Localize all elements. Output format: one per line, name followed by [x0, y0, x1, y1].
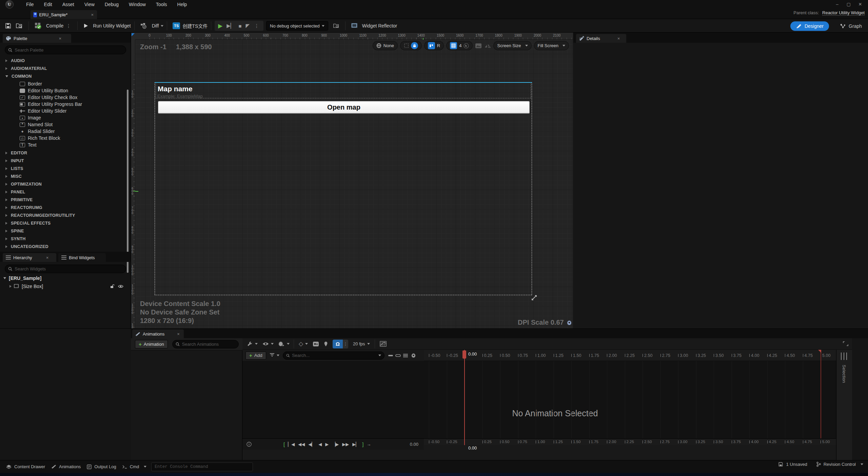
resize-handle-icon[interactable]	[531, 295, 537, 301]
chevron-right-icon[interactable]	[5, 167, 7, 170]
designer-button[interactable]: Designer	[790, 21, 829, 31]
keyframe-diamond-icon[interactable]: ◇	[299, 340, 303, 347]
chevron-right-icon[interactable]	[5, 59, 7, 62]
palette-category-input[interactable]: INPUT	[0, 157, 126, 165]
debug-object-select[interactable]: No debug object selected	[266, 21, 328, 31]
flip-preview-icon[interactable]	[484, 43, 491, 49]
chevron-right-icon[interactable]	[5, 214, 7, 217]
minimize-icon[interactable]: –	[831, 1, 843, 8]
localization-preview[interactable]: None	[373, 41, 398, 50]
curve-editor-icon[interactable]	[380, 341, 387, 347]
track-settings-gear-icon[interactable]	[411, 353, 416, 358]
tab-bind-widgets[interactable]: Bind Widgets	[58, 253, 106, 262]
designer-viewport[interactable]: 0100200300400500600700800900100011001200…	[131, 33, 573, 328]
auto-key-icon[interactable]	[313, 341, 319, 347]
palette-search[interactable]	[5, 45, 126, 54]
chevron-right-icon[interactable]	[5, 159, 7, 162]
frame-skip-icon[interactable]: ▶▏	[226, 23, 234, 29]
palette-category-special-effects[interactable]: SPECIAL EFFECTS	[0, 220, 126, 227]
map-name-text[interactable]: Map name	[158, 85, 193, 93]
sequencer-expand-icon[interactable]	[843, 341, 849, 346]
palette-item-text[interactable]: Text	[0, 141, 126, 148]
preview-background-icon[interactable]	[475, 43, 482, 49]
console-command-input[interactable]	[155, 464, 250, 469]
track-search[interactable]	[283, 351, 384, 360]
pin-icon[interactable]	[324, 341, 328, 347]
playback-end-marker[interactable]	[821, 350, 821, 438]
expanded-view-icon[interactable]	[395, 354, 401, 358]
keyframe-chevron-icon[interactable]	[305, 343, 308, 345]
animations-close-icon[interactable]: ×	[176, 331, 180, 337]
tab-palette[interactable]: Palette ×	[3, 34, 71, 43]
palette-category-audio[interactable]: AUDIO	[0, 57, 126, 64]
chevron-right-icon[interactable]	[5, 67, 7, 70]
details-close-icon[interactable]: ×	[617, 36, 621, 41]
palette-scrollbar[interactable]	[127, 90, 129, 273]
compact-view-icon[interactable]	[388, 354, 393, 358]
parent-class-link[interactable]: Reactor Utility Widget	[822, 10, 865, 16]
go-to-end-icon[interactable]: ▶▏	[352, 442, 359, 447]
palette-category-reactorumg[interactable]: REACTORUMG	[0, 204, 126, 211]
tab-details[interactable]: Details ×	[576, 34, 626, 43]
magnet-options-icon[interactable]: ⋮	[343, 340, 348, 348]
run-utility-widget-label[interactable]: Run Utility Widget	[93, 23, 131, 28]
hierarchy-search[interactable]	[5, 265, 126, 273]
play-options-icon[interactable]: ⋮	[254, 23, 259, 28]
palette-item-rich-text-block[interactable]: Rich Text Block	[0, 135, 126, 141]
palette-category-audiomaterial[interactable]: AUDIOMATERIAL	[0, 65, 126, 72]
chevron-right-icon[interactable]	[5, 237, 7, 240]
animation-search-input[interactable]	[182, 342, 235, 347]
lock-icon[interactable]	[411, 42, 418, 49]
content-drawer-button[interactable]: Content Drawer	[6, 464, 45, 469]
animation-search[interactable]	[172, 340, 239, 348]
r-toggle[interactable]: R	[437, 43, 440, 48]
chevron-right-icon[interactable]	[5, 198, 7, 201]
eye-chevron-icon[interactable]	[271, 343, 274, 345]
cursor-select-icon[interactable]	[463, 43, 469, 49]
palette-category-synth[interactable]: SYNTH	[0, 235, 126, 243]
timeline-ruler[interactable]: -0.50-0.250.250.500.751.001.251.501.752.…	[424, 350, 836, 361]
screen-size-dropdown[interactable]: Screen Size	[493, 41, 531, 50]
add-track-button[interactable]: + Add	[245, 351, 266, 360]
playhead-line[interactable]	[464, 350, 465, 445]
palette-category-lists[interactable]: LISTS	[0, 165, 126, 172]
selection-filter-strip[interactable]: Selection	[836, 350, 852, 460]
filter-icon[interactable]	[270, 353, 275, 358]
revision-control-button[interactable]: Revision Control	[816, 462, 863, 467]
editable-text-outline[interactable]	[156, 83, 531, 98]
next-frame-icon[interactable]: ▶▶	[342, 442, 349, 447]
track-area[interactable]: No Animation Selected	[242, 361, 836, 438]
compile-options-icon[interactable]: ⋮	[66, 23, 71, 28]
track-search-input[interactable]	[292, 353, 374, 358]
widget-reflector-label[interactable]: Widget Reflector	[362, 23, 397, 28]
chevron-right-icon[interactable]	[5, 222, 7, 225]
playback-options-icon[interactable]	[278, 341, 285, 347]
open-map-button[interactable]: Open map	[158, 101, 530, 114]
palette-category-uncategorized[interactable]: UNCATEGORIZED	[0, 243, 126, 250]
playback-chevron-icon[interactable]	[287, 343, 290, 345]
add-animation-button[interactable]: + Animation	[135, 340, 168, 348]
unlock-icon[interactable]	[110, 284, 115, 289]
hierarchy-child-row[interactable]: [Size Box]	[9, 284, 128, 289]
eject-icon[interactable]: ◤	[245, 23, 250, 29]
menu-view[interactable]: View	[79, 0, 100, 9]
diff-label[interactable]: Diff	[152, 23, 159, 28]
tab-animations[interactable]: Animations ×	[132, 329, 184, 338]
palette-item-named-slot[interactable]: Named Slot	[0, 121, 126, 128]
play-icon[interactable]: ▶	[218, 22, 222, 30]
palette-item-border[interactable]: Border	[0, 80, 126, 87]
maximize-icon[interactable]: ▢	[843, 1, 854, 8]
palette-category-optimization[interactable]: OPTIMIZATION	[0, 180, 126, 188]
menu-tools[interactable]: Tools	[151, 0, 172, 9]
palette-category-primitive[interactable]: PRIMITIVE	[0, 196, 126, 204]
collapse-icon[interactable]	[9, 285, 12, 288]
list-view-icon[interactable]	[403, 354, 408, 358]
map-name-hint-text[interactable]: Example: ExampleMap	[157, 94, 203, 99]
info-icon[interactable]	[246, 442, 252, 447]
chevron-down-icon[interactable]	[5, 75, 8, 77]
fps-dropdown[interactable]: 20 fps	[353, 341, 365, 346]
palette-search-input[interactable]	[15, 47, 123, 53]
palette-category-common[interactable]: COMMON	[0, 73, 126, 80]
palette-item-editor-utility-progress-bar[interactable]: Editor Utility Progress Bar	[0, 101, 126, 108]
palette-category-spine[interactable]: SPINE	[0, 227, 126, 235]
